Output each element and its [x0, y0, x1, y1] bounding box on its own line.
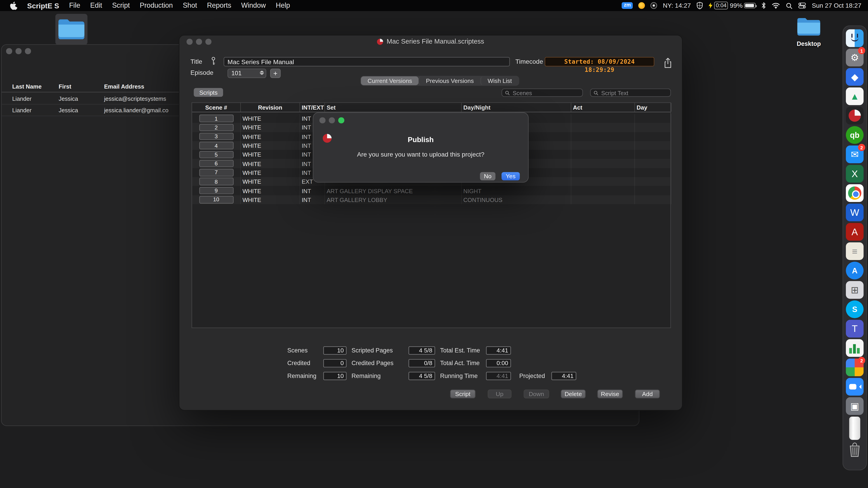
key-icon[interactable] [211, 57, 216, 66]
zoom-icon[interactable] [846, 378, 864, 396]
revise-button[interactable]: Revise [597, 390, 623, 398]
desktop-folder[interactable]: Desktop [795, 17, 823, 47]
mail-icon[interactable]: ✉2 [846, 145, 864, 163]
remaining-value[interactable]: 10 [323, 372, 346, 380]
add-button[interactable]: Add [635, 390, 660, 398]
apple-menu-icon[interactable] [10, 1, 17, 10]
excel-icon[interactable]: X [846, 165, 864, 183]
app-store-icon[interactable]: A [846, 262, 864, 279]
scene-number[interactable]: 2 [199, 124, 233, 131]
scripts-segment-button[interactable]: Scripts [194, 88, 223, 97]
zoom-button[interactable] [25, 48, 31, 54]
scene-number[interactable]: 8 [199, 178, 233, 185]
script-row-10[interactable]: 10WHITEINTART GALLERY LOBBYCONTINUOUS [192, 195, 671, 204]
zoom-menubar-icon[interactable]: zm [622, 2, 633, 9]
google-drive-icon[interactable]: ▲ [846, 88, 864, 105]
control-center-icon[interactable] [799, 2, 806, 9]
scenes-stat-value[interactable]: 10 [323, 346, 346, 355]
running-time-value[interactable]: 4:41 [486, 372, 511, 380]
zoom-button[interactable] [338, 117, 344, 123]
scene-number[interactable]: 4 [199, 142, 233, 149]
menu-script[interactable]: Script [112, 2, 130, 9]
battery-status[interactable]: 0:04 99% [709, 2, 756, 9]
col-revision[interactable]: Revision [241, 103, 300, 112]
yes-button[interactable]: Yes [502, 172, 520, 181]
spotlight-search-icon[interactable] [786, 2, 793, 9]
wifi-icon[interactable] [772, 2, 780, 9]
teams-icon[interactable]: T [846, 320, 864, 337]
publish-dialog[interactable]: Publish Are you sure you want to upload … [313, 112, 529, 183]
col-first[interactable]: First [59, 83, 104, 89]
down-button[interactable]: Down [524, 390, 549, 398]
up-button[interactable]: Up [488, 390, 512, 398]
menu-file[interactable]: File [69, 2, 80, 9]
system-settings-icon[interactable]: ⚙1 [846, 49, 864, 66]
episode-popup[interactable]: 101 [228, 69, 266, 78]
minimize-button[interactable] [329, 117, 335, 123]
scene-number[interactable]: 1 [199, 115, 233, 122]
quickbooks-icon[interactable]: qb [846, 126, 864, 144]
script-button[interactable]: Script [450, 390, 475, 398]
tab-current-versions[interactable]: Current Versions [361, 76, 419, 85]
office-icon[interactable]: 2 [846, 359, 864, 376]
add-episode-button[interactable]: + [270, 69, 281, 78]
scene-number[interactable]: 10 [199, 196, 233, 203]
scripte-icon[interactable] [846, 107, 864, 125]
timecode-field[interactable]: Started: 08/09/2024 18:29:29 [545, 57, 654, 66]
active-app-name[interactable]: ScriptE S [27, 1, 59, 10]
acrobat-icon[interactable]: A [846, 223, 864, 240]
col-act[interactable]: Act [571, 103, 635, 112]
col-int-ext[interactable]: INT/EXT [300, 103, 325, 112]
finder-icon[interactable] [846, 29, 864, 47]
title-input[interactable] [223, 57, 510, 66]
launchpad-icon[interactable]: ⊞ [846, 281, 864, 299]
ny-time-label[interactable]: NY: 14:27 [663, 2, 691, 9]
col-day-night[interactable]: Day/Night [462, 103, 571, 112]
scene-number[interactable]: 9 [199, 187, 233, 194]
close-button[interactable] [319, 117, 325, 123]
menu-window[interactable]: Window [241, 2, 266, 9]
col-day[interactable]: Day [635, 103, 672, 112]
menu-production[interactable]: Production [140, 2, 173, 9]
credited-pages-value[interactable]: 0/8 [408, 359, 435, 367]
shield-icon[interactable] [696, 2, 703, 9]
script-text-search-input[interactable] [600, 89, 668, 96]
total-act-time-value[interactable]: 0:00 [486, 359, 511, 367]
skype-icon[interactable]: S [846, 300, 864, 318]
no-button[interactable]: No [480, 172, 495, 181]
record-status-icon[interactable] [651, 2, 657, 9]
scenes-search-input[interactable] [512, 89, 580, 96]
close-button[interactable] [6, 48, 12, 54]
delete-button[interactable]: Delete [561, 390, 586, 398]
minimize-button[interactable] [16, 48, 22, 54]
menu-edit[interactable]: Edit [90, 2, 102, 9]
col-last-name[interactable]: Last Name [2, 83, 59, 89]
menu-reports[interactable]: Reports [207, 2, 231, 9]
scene-number[interactable]: 3 [199, 133, 233, 140]
total-est-time-value[interactable]: 4:41 [486, 346, 511, 355]
scene-number[interactable]: 7 [199, 169, 233, 176]
tab-wish-list[interactable]: Wish List [480, 76, 518, 85]
word-icon[interactable]: W [846, 203, 864, 221]
col-scene[interactable]: Scene # [192, 103, 241, 112]
scene-number[interactable]: 5 [199, 151, 233, 158]
scene-number[interactable]: 6 [199, 160, 233, 167]
numbers-chart-icon[interactable] [846, 339, 864, 357]
scenes-search[interactable] [502, 89, 583, 97]
script-row-9[interactable]: 9WHITEINTART GALLERY DISPLAY SPACENIGHT [192, 186, 671, 195]
main-window[interactable]: Mac Series File Manual.scriptess Title T… [179, 35, 683, 411]
chrome-icon[interactable] [846, 184, 864, 202]
blue-utility-icon[interactable]: ◆ [846, 68, 864, 86]
menu-shot[interactable]: Shot [183, 2, 197, 9]
selected-desktop-folder[interactable] [55, 14, 88, 45]
trash-icon[interactable] [846, 442, 864, 458]
bluetooth-icon[interactable] [762, 2, 767, 9]
canister-icon[interactable] [849, 417, 860, 440]
remote-desktop-icon[interactable]: ▣ [846, 397, 864, 415]
notes-icon[interactable]: ≡ [846, 242, 864, 260]
credited-value[interactable]: 0 [323, 359, 346, 367]
projected-value[interactable]: 4:41 [551, 372, 576, 380]
share-upload-button[interactable] [660, 55, 675, 70]
menubar-clock[interactable]: Sun 27 Oct 18:27 [812, 2, 861, 9]
amber-status-icon[interactable] [639, 2, 645, 9]
